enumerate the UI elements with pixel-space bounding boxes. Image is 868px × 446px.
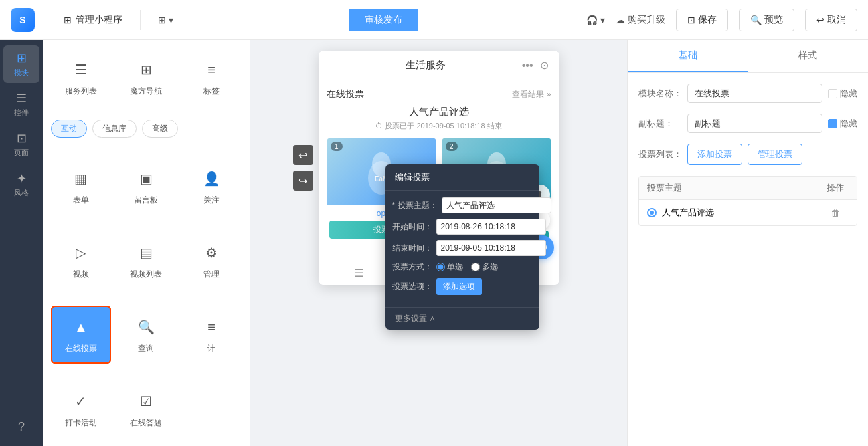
module-item-service-list[interactable]: ☰ 服务列表	[51, 48, 111, 106]
module-grid-row2: ▦ 表单 ▣ 留言板 👤 关注	[43, 149, 250, 223]
sidebar-item-page[interactable]: ⊡ 页面	[3, 126, 39, 163]
edit-popup-title: 编辑投票	[385, 164, 539, 191]
undo-icon: ↩	[816, 15, 824, 25]
page-icon: ⊡	[17, 131, 27, 146]
edit-end-label: 结束时间：	[392, 243, 432, 254]
filter-interactive[interactable]: 互动	[51, 120, 87, 138]
query-icon: 🔍	[134, 315, 158, 339]
tag-label: 标签	[203, 86, 220, 97]
edit-field-theme: * 投票主题：	[392, 197, 533, 213]
add-option-button[interactable]: 添加选项	[436, 278, 482, 295]
row-radio-dot[interactable]	[647, 208, 657, 217]
module-item-tag[interactable]: ≡ 标签	[181, 48, 242, 106]
mini-prog-label: 管理小程序	[76, 14, 122, 26]
right-tab-style[interactable]: 样式	[748, 40, 869, 72]
edit-start-label: 开始时间：	[392, 221, 432, 233]
module-item-calc[interactable]: ≡ 计	[181, 306, 242, 364]
header-center: 审核发布	[191, 9, 576, 31]
edit-popup: 编辑投票 * 投票主题： 开始时间： 结束时间： 投票	[385, 164, 539, 330]
preview-button[interactable]: 🔍 预览	[739, 9, 794, 31]
action-buttons: 添加投票 管理投票	[687, 144, 802, 165]
module-item-video-list[interactable]: ▤ 视频列表	[116, 231, 177, 290]
follow-label: 关注	[203, 195, 220, 206]
sidebar-bottom: ?	[3, 415, 39, 439]
edit-field-options: 投票选项： 添加选项	[392, 278, 533, 295]
hide-checkbox-1[interactable]: 隐藏	[828, 88, 857, 100]
vote-section-title: 在线投票	[327, 88, 364, 100]
publish-button[interactable]: 审核发布	[349, 9, 418, 31]
sidebar-item-control[interactable]: ☰ 控件	[3, 86, 39, 123]
sidebar-item-help[interactable]: ?	[3, 415, 39, 439]
sidebar-item-module[interactable]: ⊞ 模块	[3, 45, 39, 83]
admin-icon: ⚙	[199, 241, 224, 265]
nav-arrows: ↩ ↪	[293, 145, 313, 191]
main-layout: ⊞ 模块 ☰ 控件 ⊡ 页面 ✦ 风格 ? ☰ 服务列表	[0, 40, 868, 446]
vote-list-label: 投票列表：	[638, 148, 682, 160]
upgrade-button[interactable]: ☁ 购买升级	[616, 14, 665, 26]
edit-theme-label: * 投票主题：	[392, 200, 438, 211]
logo: S	[11, 8, 35, 32]
edit-theme-input[interactable]	[442, 197, 551, 213]
vote-header: 在线投票 查看结果 »	[327, 88, 551, 100]
apps-icon: ⊞	[158, 15, 166, 25]
delete-icon[interactable]: 🗑	[831, 207, 840, 218]
module-item-follow[interactable]: 👤 关注	[181, 157, 242, 215]
hide-label-2: 隐藏	[840, 118, 857, 130]
hide-checkbox-box-2	[828, 119, 837, 128]
hide-checkbox-box-1	[828, 89, 837, 98]
table-col-action: 操作	[822, 182, 849, 194]
mini-prog-button[interactable]: ⊞ 管理小程序	[57, 10, 129, 30]
arrow-down-button[interactable]: ↪	[293, 171, 313, 191]
more-icon[interactable]: •••	[522, 60, 533, 72]
cancel-button[interactable]: ↩ 取消	[805, 9, 857, 31]
grid-icon-button[interactable]: ⊞ ▾	[151, 11, 180, 29]
top-header: S ⊞ 管理小程序 ⊞ ▾ 审核发布 🎧 ▾ ☁ 购买升级 ⊡ 保存 🔍 预览 …	[0, 0, 868, 40]
module-item-video[interactable]: ▷ 视频	[51, 231, 111, 290]
more-settings-button[interactable]: 更多设置 ∧	[385, 307, 539, 330]
add-vote-button[interactable]: 添加投票	[687, 144, 742, 165]
hide-checkbox-2[interactable]: 隐藏	[828, 118, 857, 130]
module-grid-row3: ▷ 视频 ▤ 视频列表 ⚙ 管理	[43, 223, 250, 298]
edit-radio-group: 单选 多选	[436, 261, 498, 273]
right-tab-basic[interactable]: 基础	[628, 40, 748, 72]
filter-database[interactable]: 信息库	[92, 120, 137, 138]
phone-title-text: 生活服务	[406, 59, 446, 72]
subtitle-input[interactable]	[687, 114, 822, 133]
magic-nav-icon: ⊞	[134, 58, 158, 82]
sidebar-label-page: 页面	[14, 148, 29, 158]
row-delete[interactable]: 🗑	[822, 207, 849, 218]
manage-vote-button[interactable]: 管理投票	[748, 144, 802, 165]
guestbook-label: 留言板	[134, 195, 158, 206]
module-item-guestbook[interactable]: ▣ 留言板	[116, 157, 177, 215]
cancel-label: 取消	[827, 14, 846, 26]
online-vote-label: 在线投票	[65, 343, 97, 354]
edit-radio-multi[interactable]: 多选	[471, 261, 498, 273]
view-results-link[interactable]: 查看结果 »	[512, 89, 551, 100]
sidebar-item-style[interactable]: ✦ 风格	[3, 166, 39, 203]
module-item-admin[interactable]: ⚙ 管理	[181, 231, 242, 290]
filter-advanced[interactable]: 高级	[142, 120, 178, 138]
dashboard-icon: ⊞	[64, 15, 72, 25]
module-item-magic-nav[interactable]: ⊞ 魔方导航	[116, 48, 177, 106]
edit-end-input[interactable]	[436, 240, 546, 256]
video-label: 视频	[73, 269, 89, 280]
save-button[interactable]: ⊡ 保存	[676, 9, 728, 31]
headset-button[interactable]: 🎧 ▾	[586, 15, 605, 25]
module-item-query[interactable]: 🔍 查询	[116, 306, 177, 364]
module-item-online-vote[interactable]: ▲ 在线投票	[51, 306, 111, 364]
module-item-online-answer[interactable]: ☑ 在线答题	[116, 380, 177, 438]
edit-start-input[interactable]	[436, 219, 546, 235]
edit-radio-single[interactable]: 单选	[436, 261, 463, 273]
edit-field-end: 结束时间：	[392, 240, 533, 256]
save-icon: ⊡	[687, 15, 695, 25]
close-circle-icon[interactable]: ⊙	[540, 59, 549, 72]
center-preview: 生活服务 ••• ⊙ 在线投票 查看结果 » 人气产品评选 ⏱ 投票已于 201…	[250, 40, 627, 446]
online-vote-icon: ▲	[69, 315, 93, 339]
module-item-table[interactable]: ▦ 表单	[51, 157, 111, 215]
multi-label: 多选	[482, 261, 498, 273]
service-list-icon: ☰	[69, 58, 93, 82]
arrow-up-button[interactable]: ↩	[293, 145, 313, 165]
module-item-checkin[interactable]: ✓ 打卡活动	[51, 380, 111, 438]
module-name-input[interactable]	[687, 84, 822, 103]
module-panel: ☰ 服务列表 ⊞ 魔方导航 ≡ 标签 互动 信息库 高级 ▦ 表单	[43, 40, 250, 446]
